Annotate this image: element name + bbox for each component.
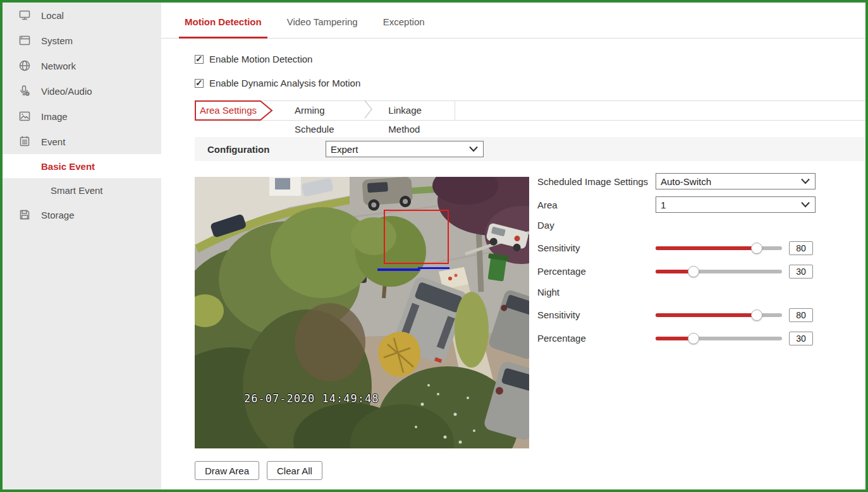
night-sensitivity-label: Sensitivity — [537, 309, 656, 320]
configuration-band: Configuration Expert — [195, 137, 865, 161]
sidebar-item-system[interactable]: System — [3, 28, 161, 53]
subtab-separator-icon — [364, 100, 373, 121]
subtab-bar: Area Settings Arming Schedule Linkage Me… — [195, 100, 865, 121]
checkbox-label: Enable Motion Detection — [209, 54, 312, 64]
slider-thumb[interactable] — [751, 309, 762, 321]
video-audio-icon — [18, 84, 32, 98]
storage-icon — [18, 208, 32, 222]
day-percentage-input[interactable] — [789, 265, 813, 279]
sidebar-item-label: Network — [41, 61, 76, 71]
sidebar-item-video-audio[interactable]: Video/Audio — [3, 78, 161, 104]
enable-motion-detection-row: Enable Motion Detection — [195, 54, 865, 64]
scheduled-image-settings-select[interactable]: Auto-Switch — [656, 173, 816, 189]
night-sensitivity-slider[interactable] — [656, 309, 782, 321]
sidebar-item-image[interactable]: Image — [3, 104, 161, 129]
night-heading: Night — [537, 287, 865, 298]
content-row: 26-07-2020 14:49:48 Scheduled Image Sett… — [195, 177, 865, 448]
day-percentage-row: Percentage — [537, 263, 865, 279]
sidebar-item-smart-event[interactable]: Smart Event — [3, 178, 161, 202]
motion-grid-line — [418, 267, 449, 269]
area-value: 1 — [661, 200, 666, 210]
main-panel: Motion Detection Video Tampering Excepti… — [161, 3, 865, 489]
monitor-icon — [18, 8, 32, 22]
enable-motion-detection-checkbox[interactable] — [195, 55, 204, 64]
slider-thumb[interactable] — [751, 243, 762, 254]
sidebar-item-network[interactable]: Network — [3, 53, 161, 78]
chevron-down-icon — [800, 201, 810, 208]
sidebar-item-label: Local — [41, 10, 64, 21]
day-sensitivity-input[interactable] — [789, 241, 813, 255]
day-percentage-slider[interactable] — [656, 266, 782, 277]
configuration-select[interactable]: Expert — [326, 141, 484, 157]
scheduled-image-settings-row: Scheduled Image Settings Auto-Switch — [537, 173, 865, 189]
camera-config-window: Local System Network Video/Audio Image — [0, 0, 868, 492]
draw-area-button[interactable]: Draw Area — [195, 461, 259, 480]
night-sensitivity-input[interactable] — [789, 308, 813, 322]
sidebar-item-local[interactable]: Local — [3, 3, 161, 28]
enable-dynamic-analysis-row: Enable Dynamic Analysis for Motion — [195, 78, 865, 88]
sidebar-item-basic-event[interactable]: Basic Event — [3, 154, 161, 178]
area-select[interactable]: 1 — [656, 196, 816, 213]
scheduled-image-settings-value: Auto-Switch — [661, 176, 711, 187]
configuration-label: Configuration — [207, 144, 326, 155]
tab-bar: Motion Detection Video Tampering Excepti… — [161, 3, 865, 39]
day-sensitivity-row: Sensitivity — [537, 240, 865, 256]
configuration-value: Expert — [331, 144, 358, 155]
sidebar-item-label: Event — [41, 136, 65, 147]
motion-grid-line — [377, 268, 420, 271]
sidebar-item-label: Storage — [41, 210, 75, 220]
sidebar-item-label: Image — [41, 111, 68, 122]
slider-thumb[interactable] — [688, 266, 699, 277]
enable-dynamic-analysis-checkbox[interactable] — [195, 79, 204, 88]
camera-preview[interactable]: 26-07-2020 14:49:48 — [195, 177, 529, 448]
subtab-area-settings[interactable]: Area Settings — [195, 100, 273, 121]
day-percentage-label: Percentage — [537, 266, 656, 277]
checkbox-label: Enable Dynamic Analysis for Motion — [209, 78, 360, 88]
settings-panel: Scheduled Image Settings Auto-Switch Are… — [537, 173, 865, 448]
system-icon — [18, 33, 32, 47]
sidebar-item-event[interactable]: Event — [3, 129, 161, 154]
button-row: Draw Area Clear All — [195, 461, 865, 480]
clear-all-button[interactable]: Clear All — [267, 461, 322, 480]
night-percentage-input[interactable] — [789, 332, 813, 345]
sidebar: Local System Network Video/Audio Image — [3, 3, 161, 489]
night-percentage-row: Percentage — [537, 330, 865, 346]
subtab-linkage-method[interactable]: Linkage Method — [373, 101, 455, 120]
sidebar-item-storage[interactable]: Storage — [3, 202, 161, 227]
chevron-down-icon — [800, 178, 810, 184]
night-sensitivity-row: Sensitivity — [537, 307, 865, 323]
slider-thumb[interactable] — [688, 333, 699, 344]
area-label: Area — [537, 200, 656, 210]
image-icon — [18, 109, 32, 123]
sidebar-item-label: Video/Audio — [41, 86, 92, 97]
subtab-label: Area Settings — [195, 100, 262, 121]
day-heading: Day — [537, 220, 865, 231]
night-percentage-label: Percentage — [537, 333, 656, 344]
tab-exception[interactable]: Exception — [377, 5, 431, 39]
osd-timestamp: 26-07-2020 14:49:48 — [244, 392, 379, 405]
area-row: Area 1 — [537, 196, 865, 213]
tab-motion-detection[interactable]: Motion Detection — [179, 5, 267, 39]
event-icon — [18, 135, 32, 148]
camera-scene — [195, 177, 529, 448]
network-icon — [18, 59, 32, 73]
day-sensitivity-slider[interactable] — [656, 243, 782, 254]
night-percentage-slider[interactable] — [656, 333, 782, 344]
sidebar-item-label: System — [41, 35, 73, 46]
subtab-arming-schedule[interactable]: Arming Schedule — [279, 101, 364, 120]
sidebar-item-label: Smart Event — [51, 185, 103, 196]
tab-video-tampering[interactable]: Video Tampering — [281, 5, 364, 39]
scheduled-image-settings-label: Scheduled Image Settings — [537, 176, 656, 187]
chevron-down-icon — [468, 146, 479, 152]
sidebar-item-label: Basic Event — [41, 161, 95, 172]
day-sensitivity-label: Sensitivity — [537, 243, 656, 253]
